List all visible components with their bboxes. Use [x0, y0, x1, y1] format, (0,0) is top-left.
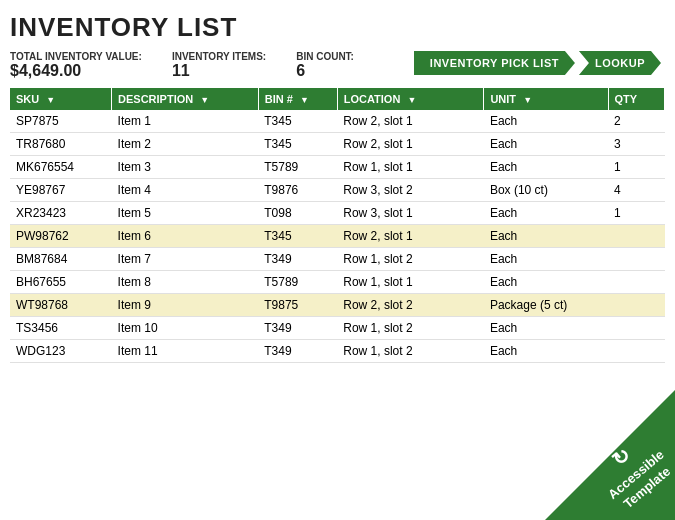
- cell-unit: Each: [484, 271, 608, 294]
- cell-location: Row 1, slot 1: [337, 156, 484, 179]
- cell-location: Row 1, slot 2: [337, 340, 484, 363]
- cell-qty: 1: [608, 202, 664, 225]
- cell-bin: T5789: [258, 156, 337, 179]
- table-row: WDG123Item 11T349Row 1, slot 2Each: [10, 340, 665, 363]
- items-count-item: INVENTORY ITEMS: 11: [172, 51, 266, 80]
- summary-actions: INVENTORY PICK LIST LOOKUP: [414, 51, 665, 75]
- cell-location: Row 2, slot 1: [337, 225, 484, 248]
- cell-unit: Each: [484, 133, 608, 156]
- col-header-sku[interactable]: SKU ▼: [10, 88, 112, 110]
- cell-qty: [608, 271, 664, 294]
- sort-arrow-bin: ▼: [300, 95, 309, 105]
- cell-description: Item 2: [112, 133, 259, 156]
- col-header-bin[interactable]: BIN # ▼: [258, 88, 337, 110]
- cell-bin: T349: [258, 317, 337, 340]
- cell-qty: 2: [608, 110, 664, 133]
- bin-count-value: 6: [296, 62, 305, 79]
- table-row: XR23423Item 5T098Row 3, slot 1Each1: [10, 202, 665, 225]
- cell-bin: T349: [258, 340, 337, 363]
- table-row: BH67655Item 8T5789Row 1, slot 1Each: [10, 271, 665, 294]
- table-row: TR87680Item 2T345Row 2, slot 1Each3: [10, 133, 665, 156]
- cell-description: Item 8: [112, 271, 259, 294]
- table-header-row: SKU ▼ DESCRIPTION ▼ BIN # ▼ LOCATION ▼: [10, 88, 665, 110]
- table-row: BM87684Item 7T349Row 1, slot 2Each: [10, 248, 665, 271]
- cell-description: Item 11: [112, 340, 259, 363]
- cell-qty: 1: [608, 156, 664, 179]
- cell-bin: T098: [258, 202, 337, 225]
- cell-unit: Each: [484, 248, 608, 271]
- cell-qty: [608, 317, 664, 340]
- cell-location: Row 1, slot 2: [337, 317, 484, 340]
- cell-description: Item 4: [112, 179, 259, 202]
- cell-location: Row 3, slot 2: [337, 179, 484, 202]
- sort-arrow-unit: ▼: [523, 95, 532, 105]
- badge-content: ↻ Accessible Template: [587, 426, 675, 517]
- cell-description: Item 5: [112, 202, 259, 225]
- cell-bin: T9875: [258, 294, 337, 317]
- cell-description: Item 9: [112, 294, 259, 317]
- cell-unit: Each: [484, 225, 608, 248]
- cell-location: Row 1, slot 2: [337, 248, 484, 271]
- inventory-table: SKU ▼ DESCRIPTION ▼ BIN # ▼ LOCATION ▼: [10, 88, 665, 363]
- cell-unit: Each: [484, 202, 608, 225]
- lookup-button[interactable]: LOOKUP: [579, 51, 661, 75]
- bin-count-item: BIN COUNT: 6: [296, 51, 354, 80]
- cell-qty: [608, 340, 664, 363]
- sort-arrow-sku: ▼: [46, 95, 55, 105]
- cell-bin: T5789: [258, 271, 337, 294]
- cell-location: Row 2, slot 1: [337, 110, 484, 133]
- cell-description: Item 3: [112, 156, 259, 179]
- page-wrapper: INVENTORY LIST TOTAL INVENTORY VALUE: $4…: [0, 0, 675, 363]
- cell-bin: T345: [258, 133, 337, 156]
- cell-unit: Each: [484, 340, 608, 363]
- total-value: $4,649.00: [10, 62, 81, 79]
- items-count-label: INVENTORY ITEMS:: [172, 51, 266, 62]
- cell-sku: WDG123: [10, 340, 112, 363]
- total-value-label: TOTAL INVENTORY VALUE:: [10, 51, 142, 62]
- sort-arrow-description: ▼: [200, 95, 209, 105]
- total-value-item: TOTAL INVENTORY VALUE: $4,649.00: [10, 51, 142, 80]
- cell-qty: 3: [608, 133, 664, 156]
- cell-sku: MK676554: [10, 156, 112, 179]
- table-row: MK676554Item 3T5789Row 1, slot 1Each1: [10, 156, 665, 179]
- cell-bin: T9876: [258, 179, 337, 202]
- cell-location: Row 2, slot 1: [337, 133, 484, 156]
- cell-location: Row 2, slot 2: [337, 294, 484, 317]
- cell-unit: Box (10 ct): [484, 179, 608, 202]
- cell-description: Item 10: [112, 317, 259, 340]
- cell-sku: WT98768: [10, 294, 112, 317]
- sort-arrow-location: ▼: [407, 95, 416, 105]
- cell-description: Item 7: [112, 248, 259, 271]
- cell-sku: YE98767: [10, 179, 112, 202]
- cell-description: Item 6: [112, 225, 259, 248]
- col-header-unit[interactable]: UNIT ▼: [484, 88, 608, 110]
- table-row: SP7875Item 1T345Row 2, slot 1Each2: [10, 110, 665, 133]
- cell-qty: [608, 294, 664, 317]
- col-header-location[interactable]: LOCATION ▼: [337, 88, 484, 110]
- cell-bin: T345: [258, 225, 337, 248]
- cell-unit: Package (5 ct): [484, 294, 608, 317]
- cell-sku: SP7875: [10, 110, 112, 133]
- table-row: TS3456Item 10T349Row 1, slot 2Each: [10, 317, 665, 340]
- cell-unit: Each: [484, 317, 608, 340]
- items-count-value: 11: [172, 62, 190, 79]
- cell-location: Row 3, slot 1: [337, 202, 484, 225]
- cell-sku: XR23423: [10, 202, 112, 225]
- table-row: WT98768Item 9T9875Row 2, slot 2Package (…: [10, 294, 665, 317]
- bin-count-label: BIN COUNT:: [296, 51, 354, 62]
- page-title: INVENTORY LIST: [10, 12, 665, 43]
- cell-sku: PW98762: [10, 225, 112, 248]
- cell-qty: [608, 248, 664, 271]
- cell-bin: T345: [258, 110, 337, 133]
- inventory-table-container: SKU ▼ DESCRIPTION ▼ BIN # ▼ LOCATION ▼: [10, 88, 665, 363]
- cell-sku: TS3456: [10, 317, 112, 340]
- col-header-description[interactable]: DESCRIPTION ▼: [112, 88, 259, 110]
- cell-sku: BH67655: [10, 271, 112, 294]
- cell-unit: Each: [484, 110, 608, 133]
- cell-qty: 4: [608, 179, 664, 202]
- cell-bin: T349: [258, 248, 337, 271]
- pick-list-button[interactable]: INVENTORY PICK LIST: [414, 51, 575, 75]
- col-header-qty[interactable]: QTY: [608, 88, 664, 110]
- cell-sku: BM87684: [10, 248, 112, 271]
- accessible-template-badge: ↻ Accessible Template: [545, 390, 675, 520]
